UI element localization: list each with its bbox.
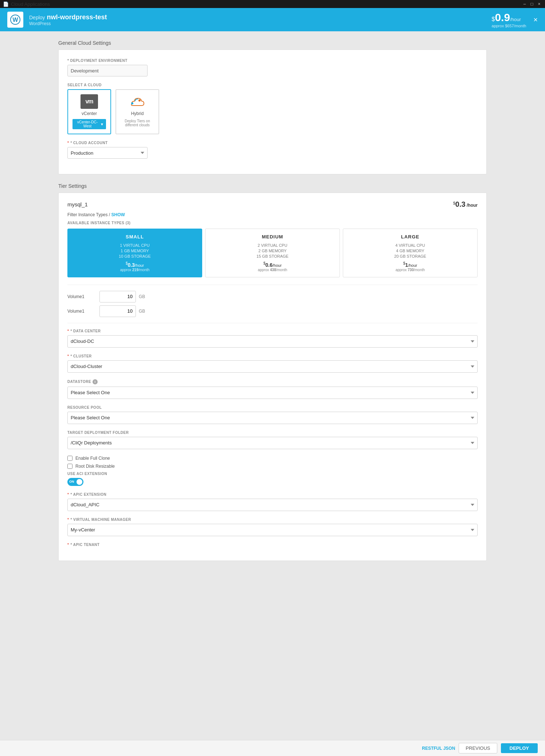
cloud-account-select-wrapper: Production <box>67 147 148 159</box>
apic-extension-select-wrapper: dCloud_APIC <box>67 499 478 511</box>
cluster-select-wrapper: dCloud-Cluster <box>67 360 478 373</box>
cloud-account-group: * * CLOUD ACCOUNT Production <box>67 141 478 159</box>
select-cloud-label: SELECT A CLOUD <box>67 83 478 87</box>
vmm-select[interactable]: My-vCenter <box>67 524 478 536</box>
volume-1-input[interactable] <box>99 291 136 302</box>
resource-pool-select[interactable]: Please Select One <box>67 412 478 424</box>
target-folder-select-wrapper: /CliQr Deployments <box>67 437 478 449</box>
aci-toggle[interactable]: ON <box>67 478 83 486</box>
price-hour: /hour <box>510 17 521 22</box>
header-close-button[interactable]: × <box>533 16 538 24</box>
datastore-group: DATASTORE i Please Select One <box>67 379 478 399</box>
aci-toggle-wrap: ON <box>67 478 478 486</box>
instance-medium-storage: 15 GB STORAGE <box>209 254 336 258</box>
vmm-label: * * VIRTUAL MACHINE MANAGER <box>67 518 478 522</box>
tier-price: $0.3 /hour <box>453 200 478 209</box>
cluster-select[interactable]: dCloud-Cluster <box>67 360 478 373</box>
filter-show-link[interactable]: SHOW <box>111 212 125 217</box>
instance-small-price: $0.3/hour <box>71 261 198 268</box>
price-approx: approx $657/month <box>492 24 526 28</box>
divider-1 <box>67 285 478 285</box>
apic-extension-label: * * APIC EXTENSION <box>67 492 478 496</box>
instance-large-price: $1/hour <box>347 261 474 268</box>
svg-point-3 <box>131 102 133 104</box>
instance-large-storage: 20 GB STORAGE <box>347 254 474 258</box>
cloud-card-hybrid[interactable]: Hybrid Deploy Tiers on different clouds <box>115 89 159 134</box>
volume-row-2: Volume1 GB <box>67 305 478 317</box>
title-bar-text: Cloud Applications <box>11 1 50 7</box>
vcenter-selected-value: vCenter-DC-West <box>75 120 100 128</box>
enable-full-clone-row: Enable Full Clone <box>67 456 478 461</box>
app-name: nwl-wordpress-test <box>47 13 107 21</box>
deployment-env-input[interactable] <box>67 65 148 76</box>
deployment-env-label: * DEPLOYMENT ENVIRONMENT <box>67 59 478 63</box>
datastore-info-icon[interactable]: i <box>93 379 98 384</box>
datastore-label: DATASTORE i <box>67 379 478 384</box>
filter-instance-types: Filter Instance Types / SHOW <box>67 212 478 217</box>
deploy-label: Deploy <box>29 15 45 20</box>
cloud-card-vcenter[interactable]: vm vCenter vCenter-DC-West ▼ <box>67 89 111 134</box>
divider-2 <box>67 323 478 323</box>
volume-row-1: Volume1 GB <box>67 291 478 302</box>
volume-section: Volume1 GB Volume1 GB <box>67 291 478 317</box>
vcenter-chevron-icon: ▼ <box>100 122 104 126</box>
apic-tenant-group: * * APIC TENANT <box>67 543 478 547</box>
resource-pool-select-wrapper: Please Select One <box>67 412 478 424</box>
volume-2-unit: GB <box>139 309 145 314</box>
instance-medium-price: $0.6/hour <box>209 261 336 268</box>
header-logo: W <box>7 12 23 28</box>
general-cloud-card: * DEPLOYMENT ENVIRONMENT SELECT A CLOUD … <box>58 50 487 174</box>
instance-medium-cpu: 2 VIRTUAL CPU <box>209 243 336 248</box>
target-folder-select[interactable]: /CliQr Deployments <box>67 437 478 449</box>
enable-full-clone-label: Enable Full Clone <box>75 456 110 461</box>
apic-extension-select[interactable]: dCloud_APIC <box>67 499 478 511</box>
volume-2-input[interactable] <box>99 305 136 317</box>
volume-1-unit: GB <box>139 294 145 299</box>
hybrid-label: Hybrid <box>121 111 154 116</box>
app-header: W Deploy nwl-wordpress-test WordPress $ … <box>0 8 545 31</box>
data-center-select[interactable]: dCloud-DC <box>67 335 478 348</box>
vmm-select-wrapper: My-vCenter <box>67 524 478 536</box>
deployment-env-group: * DEPLOYMENT ENVIRONMENT <box>67 59 478 76</box>
apic-tenant-label: * * APIC TENANT <box>67 543 478 547</box>
aci-extension-group: USE ACI EXTENSION ON <box>67 472 478 486</box>
instance-card-small[interactable]: SMALL 1 VIRTUAL CPU 1 GB MEMORY 10 GB ST… <box>67 229 202 277</box>
instance-medium-approx: approx 438/month <box>209 268 336 272</box>
aci-extension-label: USE ACI EXTENSION <box>67 472 478 476</box>
instance-card-large[interactable]: LARGE 4 VIRTUAL CPU 4 GB MEMORY 20 GB ST… <box>343 229 478 277</box>
toggle-on-label: ON <box>69 480 74 483</box>
tier-name: mysql_1 <box>67 201 88 207</box>
datastore-select[interactable]: Please Select One <box>67 387 478 399</box>
data-center-select-wrapper: dCloud-DC <box>67 335 478 348</box>
close-window-button[interactable]: × <box>536 1 542 7</box>
instance-small-cpu: 1 VIRTUAL CPU <box>71 243 198 248</box>
instance-small-approx: approx 219/month <box>71 268 198 272</box>
instance-large-name: LARGE <box>347 234 474 240</box>
target-folder-group: TARGET DEPLOYMENT FOLDER /CliQr Deployme… <box>67 431 478 449</box>
cluster-label: * * CLUSTER <box>67 354 478 358</box>
root-disk-resizable-checkbox[interactable] <box>67 464 72 469</box>
cloud-account-select[interactable]: Production <box>67 147 148 159</box>
cloud-account-required: * <box>67 141 69 145</box>
instance-card-medium[interactable]: MEDIUM 2 VIRTUAL CPU 2 GB MEMORY 15 GB S… <box>205 229 340 277</box>
available-label: AVAILABLE INSTANCE TYPES (3) <box>67 221 478 225</box>
data-center-label: * * DATA CENTER <box>67 329 478 333</box>
hybrid-cloud-icon <box>129 94 146 109</box>
vmm-group: * * VIRTUAL MACHINE MANAGER My-vCenter <box>67 518 478 536</box>
instance-small-memory: 1 GB MEMORY <box>71 249 198 253</box>
instance-medium-name: MEDIUM <box>209 234 336 240</box>
instance-large-memory: 4 GB MEMORY <box>347 249 474 253</box>
price-big: 0.9 <box>495 11 510 24</box>
apic-extension-group: * * APIC EXTENSION dCloud_APIC <box>67 492 478 511</box>
vcenter-selector[interactable]: vCenter-DC-West ▼ <box>72 119 106 129</box>
datastore-select-wrapper: Please Select One <box>67 387 478 399</box>
minimize-button[interactable]: – <box>522 1 528 7</box>
svg-text:W: W <box>12 17 18 23</box>
root-disk-resizable-label: Root Disk Resizable <box>75 464 115 469</box>
maximize-button[interactable]: □ <box>529 1 535 7</box>
instance-medium-memory: 2 GB MEMORY <box>209 249 336 253</box>
enable-full-clone-checkbox[interactable] <box>67 456 72 461</box>
root-disk-row: Root Disk Resizable <box>67 464 478 469</box>
hybrid-desc: Deploy Tiers on different clouds <box>121 119 154 127</box>
instance-large-cpu: 4 VIRTUAL CPU <box>347 243 474 248</box>
